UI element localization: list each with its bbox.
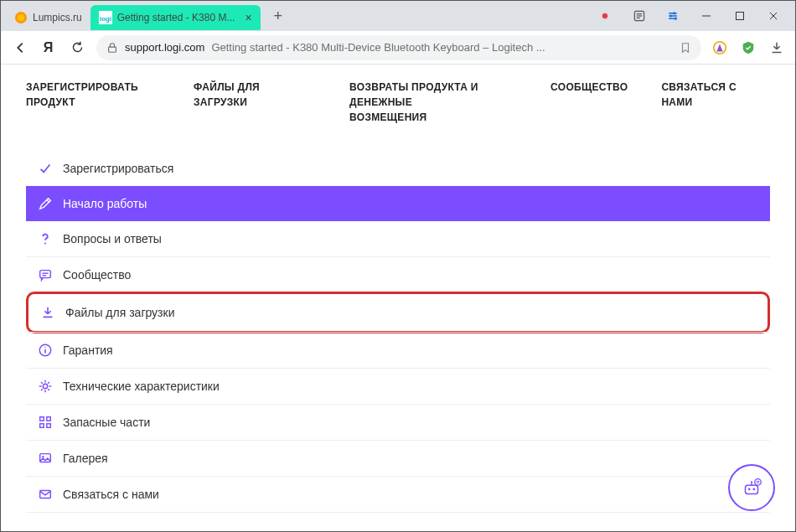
gear-icon [38,379,53,394]
browser-tab-logi[interactable]: logi Getting started - K380 M... × [90,5,261,30]
nav-community[interactable]: СООБЩЕСТВО [550,80,628,95]
info-circle-icon [38,343,53,358]
browser-tab-strip: Lumpics.ru logi Getting started - K380 M… [1,1,795,31]
svg-point-1 [18,14,24,21]
svg-rect-34 [746,485,758,493]
svg-point-21 [44,242,46,244]
sidebar-item-community[interactable]: Сообщество [26,257,770,292]
gallery-icon [38,451,53,466]
svg-rect-27 [40,417,44,421]
sidebar-list: Зарегистрироваться Начало работы Вопросы… [1,137,795,513]
sidebar-item-gallery[interactable]: Галерея [26,441,770,476]
svg-point-35 [748,488,751,491]
sidebar-item-specs[interactable]: Технические характеристики [26,369,770,404]
downloads-button[interactable] [768,39,785,56]
url-path: Getting started - K380 Multi-Device Blue… [211,41,545,54]
download-icon [40,305,55,320]
svg-rect-28 [47,417,51,421]
tab-title: Lumpics.ru [33,12,82,23]
reader-icon[interactable] [623,1,656,31]
svg-rect-33 [40,491,51,498]
svg-point-26 [43,384,47,388]
svg-point-39 [755,479,762,486]
alice-icon[interactable] [711,39,728,56]
svg-point-38 [751,481,752,483]
question-icon [38,231,53,246]
favicon-lumpics [14,11,28,24]
browser-tab-lumpics[interactable]: Lumpics.ru [6,5,90,30]
svg-rect-30 [47,424,51,428]
svg-rect-15 [737,13,744,20]
chat-fab-button[interactable] [728,464,775,511]
sidebar-item-label: Технические характеристики [63,380,220,393]
svg-rect-29 [40,424,44,428]
sidebar-item-label: Сообщество [63,268,131,281]
sidebar-item-contact[interactable]: Связаться с нами [26,477,770,512]
sidebar-item-label: Запасные части [63,416,150,429]
new-tab-button[interactable]: + [267,8,290,25]
back-button[interactable] [11,39,29,57]
favicon-logi: logi [99,11,112,24]
highlighted-download-item: Файлы для загрузки [26,292,770,333]
window-maximize-button[interactable] [723,1,757,31]
browser-address-bar: Я support.logi.com Getting started - K38… [1,31,795,65]
sidebar-item-warranty[interactable]: Гарантия [26,333,770,368]
svg-point-36 [753,488,756,491]
lock-icon [106,42,118,54]
reload-button[interactable] [68,39,86,57]
settings-slider-icon[interactable] [656,1,690,31]
sidebar-item-getting-started[interactable]: Начало работы [26,186,770,221]
svg-point-13 [675,18,677,20]
sidebar-item-label: Начало работы [63,197,147,210]
sidebar-item-label: Зарегистрироваться [63,162,173,175]
sidebar-item-register[interactable]: Зарегистрироваться [26,151,770,186]
sidebar-item-spare-parts[interactable]: Запасные части [26,405,770,440]
grid-icon [38,415,53,430]
sidebar-item-label: Галерея [63,452,108,465]
pencil-icon [38,196,53,211]
window-close-button[interactable] [757,1,790,31]
nav-downloads[interactable]: ФАЙЛЫ ДЛЯ ЗАГРУЗКИ [194,80,316,110]
window-controls [589,1,790,31]
svg-text:logi: logi [100,15,111,23]
url-domain: support.logi.com [125,41,204,54]
sidebar-item-downloads[interactable]: Файлы для загрузки [28,296,768,329]
window-minimize-button[interactable] [690,1,723,31]
chat-icon [38,267,53,282]
svg-text:Я: Я [44,40,54,54]
extension-icons [711,39,785,56]
mail-icon [38,487,53,502]
nav-register-product[interactable]: ЗАРЕГИСТРИРОВАТЬ ПРОДУКТ [26,80,160,110]
sidebar-item-label: Вопросы и ответы [63,232,162,245]
check-icon [38,161,53,176]
close-icon[interactable]: × [245,11,251,24]
svg-rect-22 [40,271,51,278]
yandex-logo-icon[interactable]: Я [39,39,58,57]
svg-rect-19 [109,47,116,52]
nav-contact[interactable]: СВЯЗАТЬСЯ С НАМИ [661,80,770,110]
nav-returns[interactable]: ВОЗВРАТЫ ПРОДУКТА И ДЕНЕЖНЫЕ ВОЗМЕЩЕНИЯ [349,80,483,125]
sidebar-item-label: Файлы для загрузки [65,306,174,319]
chrome-menu-icon[interactable] [589,1,623,31]
tab-title: Getting started - K380 M... [117,12,235,23]
shield-icon[interactable] [740,39,757,56]
sidebar-item-label: Связаться с нами [63,488,159,501]
bookmark-icon[interactable] [680,42,691,54]
svg-point-11 [673,12,675,14]
page-top-nav: ЗАРЕГИСТРИРОВАТЬ ПРОДУКТ ФАЙЛЫ ДЛЯ ЗАГРУ… [1,65,795,137]
url-field[interactable]: support.logi.com Getting started - K380 … [96,35,701,60]
sidebar-item-label: Гарантия [63,343,113,357]
svg-point-12 [669,14,672,17]
sidebar-item-faq[interactable]: Вопросы и ответы [26,221,770,256]
